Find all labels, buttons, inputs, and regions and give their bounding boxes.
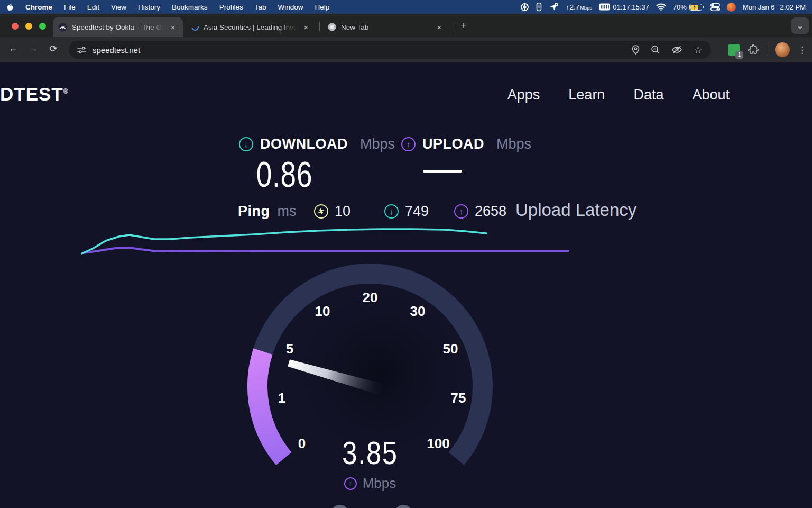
menu-item-tab[interactable]: Tab [255, 3, 266, 11]
nav-apps[interactable]: Apps [508, 87, 540, 103]
download-arrow-icon: ↓ [239, 137, 253, 151]
tab-divider [319, 22, 320, 31]
nav-about[interactable]: About [692, 87, 730, 103]
profile-avatar[interactable] [775, 42, 790, 57]
ping-icon [314, 204, 328, 219]
browser-toolbar: ← → ⟳ speedtest.net ☆ [0, 37, 812, 62]
gauge-unit-label: Mbps [363, 475, 396, 492]
close-tab-icon[interactable]: × [168, 22, 178, 32]
menu-item-profiles[interactable]: Profiles [219, 3, 243, 11]
ping-result: 10 [314, 203, 350, 220]
uptime-timer[interactable]: 01:17:15:37 [599, 3, 649, 11]
nav-learn[interactable]: Learn [568, 87, 605, 103]
gauge-tick-100: 100 [427, 436, 449, 451]
speedtest-favicon [58, 23, 67, 32]
upload-label: UPLOAD [422, 136, 484, 152]
battery-indicator[interactable]: 70% [673, 3, 704, 11]
download-label: DOWNLOAD [260, 136, 348, 152]
back-button[interactable]: ← [6, 43, 20, 54]
gauge-tick-30: 30 [410, 303, 426, 319]
gauge-tick-1: 1 [278, 390, 285, 406]
menubar-profile-icon[interactable] [727, 3, 736, 12]
menu-item-bookmarks[interactable]: Bookmarks [172, 3, 208, 11]
browser-menu-icon[interactable]: ⋮ [798, 44, 807, 56]
gauge-tick-50: 50 [443, 341, 458, 357]
paperclip-icon[interactable] [536, 2, 542, 12]
speedtest-logo[interactable]: DTEST® [0, 84, 69, 105]
menu-item-view[interactable]: View [111, 3, 126, 11]
menu-item-window[interactable]: Window [278, 3, 303, 11]
site-settings-icon[interactable] [77, 46, 86, 54]
zoom-out-icon[interactable] [651, 45, 660, 55]
ping-label: Ping [238, 203, 270, 220]
close-tab-icon[interactable]: × [435, 22, 444, 32]
tab-strip: Speedtest by Ookla – The Glo × Asia Secu… [0, 14, 812, 37]
site-nav: Apps Learn Data About [508, 87, 730, 103]
chrome-favicon [328, 23, 336, 31]
chevron-down-icon: ⌄ [797, 21, 804, 31]
menu-item-edit[interactable]: Edit [87, 3, 99, 11]
nav-data[interactable]: Data [633, 87, 663, 103]
extension-green-icon[interactable]: 1 [728, 44, 740, 56]
minimize-window-button[interactable] [25, 23, 32, 30]
url-text[interactable]: speedtest.net [93, 46, 140, 55]
upload-series-line [83, 248, 568, 253]
zoom-window-button[interactable] [39, 23, 46, 30]
upload-latency-value: 2658 [475, 203, 506, 220]
network-speed-indicator[interactable]: ↑2.7Mbps [566, 3, 592, 11]
gauge-unit-row: ↑ Mbps [312, 475, 428, 492]
loading-spinner-icon [190, 22, 200, 32]
menu-item-history[interactable]: History [138, 3, 160, 11]
tab-title: Speedtest by Ookla – The Glo [72, 23, 163, 31]
menubar-clock[interactable]: Mon Jan 6 2:02 PM [743, 3, 806, 11]
location-disabled-icon[interactable] [549, 2, 559, 12]
ping-header: Ping ms [238, 203, 297, 220]
download-latency-icon: ↓ [384, 204, 399, 219]
upload-arrow-glyph: ↑ [566, 3, 569, 11]
tab-asia-securities[interactable]: Asia Securities | Leading Inve × [186, 17, 316, 37]
reload-button[interactable]: ⟳ [47, 43, 60, 55]
tab-title: Asia Securities | Leading Inve [204, 23, 297, 31]
extension-badge: 1 [735, 51, 743, 59]
apple-icon[interactable] [6, 3, 14, 12]
preview-hidden-icon[interactable] [671, 46, 682, 54]
speedtest-page: DTEST® Apps Learn Data About ↓ DOWNLOAD … [0, 62, 812, 508]
upload-latency-heading: Upload Latency [515, 200, 636, 220]
menu-item-file[interactable]: File [64, 3, 76, 11]
gauge-tick-5: 5 [286, 341, 293, 357]
forward-button[interactable]: → [26, 43, 40, 54]
address-bar[interactable]: speedtest.net ☆ [69, 41, 711, 59]
window-controls [12, 23, 46, 30]
gauge-current-value: 3.85 [322, 434, 418, 471]
registered-mark: ® [63, 88, 69, 95]
speed-sparkline-chart [74, 221, 576, 261]
extensions-puzzle-icon[interactable] [748, 44, 759, 55]
menu-app-name[interactable]: Chrome [25, 3, 52, 11]
control-center-icon[interactable] [710, 3, 720, 11]
gauge-tick-20: 20 [363, 289, 378, 305]
ping-value: 10 [335, 203, 350, 220]
close-tab-icon[interactable]: × [301, 22, 311, 32]
gauge-tick-75: 75 [451, 390, 466, 406]
gauge-tick-0: 0 [298, 436, 306, 451]
tab-search-button[interactable]: ⌄ [791, 17, 809, 34]
tab-speedtest[interactable]: Speedtest by Ookla – The Glo × [53, 17, 183, 37]
tab-divider [453, 22, 453, 31]
upload-header: ↑ UPLOAD Mbps [401, 136, 531, 152]
download-value: 0.86 [243, 153, 326, 195]
close-window-button[interactable] [12, 23, 19, 30]
download-latency-result: ↓ 749 [384, 203, 429, 220]
new-tab-button[interactable]: + [457, 19, 470, 32]
download-latency-value: 749 [405, 203, 429, 220]
keyboard-icon [599, 3, 610, 11]
location-icon[interactable] [632, 45, 640, 55]
upload-latency-result: ↑ 2658 [454, 203, 506, 220]
bookmark-star-icon[interactable]: ☆ [694, 44, 703, 56]
menu-item-help[interactable]: Help [315, 3, 329, 11]
openai-icon[interactable] [520, 3, 529, 12]
tab-new-tab[interactable]: New Tab × [322, 17, 449, 37]
gauge-tick-10: 10 [315, 303, 330, 319]
upload-value-placeholder [423, 170, 462, 173]
gauge-upload-arrow-icon: ↑ [344, 477, 357, 490]
wifi-icon[interactable] [656, 3, 666, 11]
